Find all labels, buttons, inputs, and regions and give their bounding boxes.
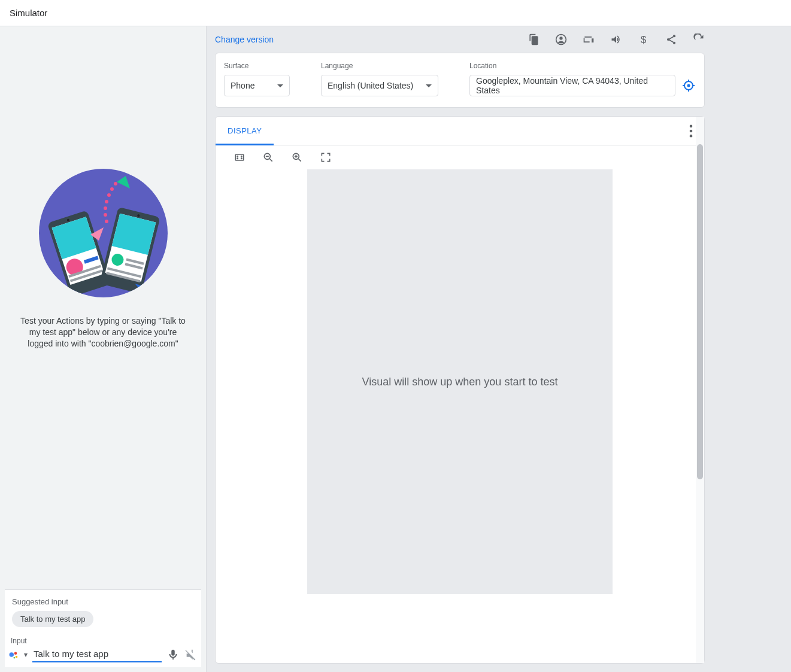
zoom-in-icon[interactable] [291,151,303,163]
language-label: Language [321,62,438,70]
svg-point-26 [10,652,14,657]
suggested-input-section: Suggested input Talk to my test app [5,589,201,630]
zoom-out-icon[interactable] [262,151,274,163]
microphone-icon[interactable] [166,648,180,661]
copy-icon[interactable] [528,34,540,45]
toolbar: $ [528,34,705,45]
svg-point-44 [237,158,238,159]
svg-point-37 [687,84,690,87]
transactions-icon[interactable]: $ [638,34,650,45]
svg-point-39 [690,130,693,133]
page-title: Simulator [0,0,791,26]
onboarding-text: Test your Actions by typing or saying "T… [19,315,187,349]
location-label: Location [469,62,696,70]
display-toolbar [216,145,704,169]
input-mode-dropdown[interactable]: ▾ [24,650,28,659]
svg-point-20 [105,200,108,203]
location-value: Googleplex, Mountain View, CA 94043, Uni… [476,76,669,95]
svg-point-38 [690,125,693,128]
svg-marker-25 [117,176,130,188]
fullscreen-icon[interactable] [320,151,332,163]
user-icon[interactable] [555,34,567,45]
svg-point-45 [241,158,242,159]
simulator-settings: Surface Phone Language English (United S… [215,53,705,108]
query-input[interactable] [32,646,162,662]
suggestion-chip[interactable]: Talk to my test app [12,611,93,627]
device-preview: Visual will show up when you start to te… [307,169,613,594]
language-value: English (United States) [328,81,413,90]
svg-point-28 [16,655,18,658]
my-location-icon[interactable] [681,78,696,93]
svg-point-29 [14,657,15,658]
input-label: Input [11,637,195,645]
display-panel: DISPLAY Visual will show up when you sta… [215,116,705,664]
svg-point-43 [241,156,242,157]
svg-point-27 [14,652,17,655]
change-version-link[interactable]: Change version [215,35,274,44]
surface-value: Phone [231,81,254,90]
svg-rect-41 [235,154,243,160]
fit-screen-icon[interactable] [234,151,246,163]
svg-point-22 [104,213,107,217]
onboarding-illustration [39,169,168,297]
refresh-icon[interactable] [693,34,705,45]
preview-placeholder: Visual will show up when you start to te… [362,376,558,388]
assistant-icon[interactable] [8,649,19,660]
language-dropdown[interactable]: English (United States) [321,75,438,96]
simulator-content: Change version $ Surface Phone Langua [207,26,791,672]
svg-text:$: $ [641,34,646,45]
chevron-down-icon [277,84,283,87]
svg-point-35 [673,42,675,44]
voice-output-off-icon[interactable] [184,648,198,661]
svg-point-19 [107,193,111,197]
share-icon[interactable] [665,34,677,45]
svg-point-40 [690,135,693,138]
svg-point-42 [237,156,238,157]
audio-icon[interactable] [610,34,622,45]
svg-point-23 [105,220,108,223]
devices-icon[interactable] [583,34,595,45]
svg-point-21 [104,206,107,210]
surface-dropdown[interactable]: Phone [224,75,290,96]
chevron-down-icon [426,84,432,87]
svg-point-17 [114,182,117,186]
location-input[interactable]: Googleplex, Mountain View, CA 94043, Uni… [469,75,675,96]
tab-display[interactable]: DISPLAY [216,117,274,145]
svg-point-31 [559,37,562,39]
svg-point-18 [110,187,114,191]
scrollbar[interactable] [696,117,704,663]
suggested-input-label: Suggested input [12,597,194,606]
conversation-panel: Test your Actions by typing or saying "T… [0,26,207,672]
surface-label: Surface [224,62,290,70]
svg-point-33 [673,35,675,37]
